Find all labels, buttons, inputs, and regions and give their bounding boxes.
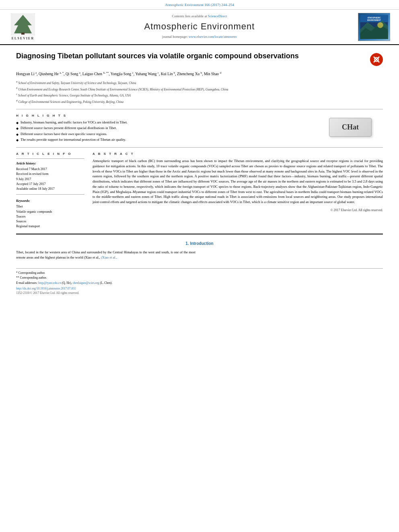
- accepted-date: Accepted 17 July 2017: [16, 182, 84, 186]
- bullet-icon-2: ◆: [16, 126, 19, 131]
- article-info-column: A R T I C L E I N F O Article history: R…: [16, 152, 84, 229]
- email-addresses: E-mail addresses: heqs@tyust.edu.cn (Q. …: [16, 281, 383, 286]
- divider-2: [16, 147, 383, 148]
- chat-button[interactable]: CHat: [329, 118, 372, 137]
- abstract-column: A B S T R A C T Atmospheric transport of…: [93, 152, 383, 229]
- email-link-1[interactable]: heqs@tyust.edu.cn: [38, 281, 61, 285]
- issn-text: 1352-2310/© 2017 Elsevier Ltd. All right…: [16, 291, 383, 296]
- article-title: Diagnosing Tibetan pollutant sources via…: [16, 51, 366, 61]
- journal-center-info: Contents lists available at ScienceDirec…: [45, 14, 354, 39]
- affiliations: a School of Environment and Safety, Taiy…: [16, 80, 383, 104]
- keyword-2: Volatile organic compounds: [16, 210, 84, 214]
- introduction-heading: 1. Introduction: [16, 241, 383, 246]
- email-link-2[interactable]: chenlaiguo@scies.org: [72, 281, 99, 285]
- crossmark-badge: [370, 53, 383, 66]
- keywords-label: Keywords:: [16, 199, 84, 203]
- bullet-icon-3: ◆: [16, 132, 19, 137]
- introduction-columns: Tibet, located in the far western area o…: [16, 250, 383, 260]
- highlight-item-3: ◆ Different source factors have their ow…: [16, 132, 383, 137]
- crossmark-icon: [370, 53, 383, 66]
- bullet-icon-1: ◆: [16, 121, 19, 125]
- contents-line: Contents lists available at ScienceDirec…: [45, 14, 354, 19]
- journal-cover: ATMOSPHERIC ENVIRONMENT: [358, 13, 394, 41]
- svg-text:ATMOSPHERIC: ATMOSPHERIC: [367, 17, 381, 19]
- intro-citation-link: (Xiao et al.,: [101, 255, 117, 259]
- affiliation-d: d College of Environmental Sciences and …: [16, 99, 383, 104]
- keywords-section: Keywords: Tibet Volatile organic compoun…: [16, 199, 84, 228]
- authors-line: Hongyan Li a, Qiusheng He a, *, Qi Song …: [16, 71, 383, 77]
- introduction-text-left: Tibet, located in the far western area o…: [16, 250, 195, 260]
- article-history-label: Article history:: [16, 161, 84, 166]
- article-info-abstract: A R T I C L E I N F O Article history: R…: [16, 152, 383, 229]
- abstract-heading: A B S T R A C T: [93, 152, 383, 156]
- journal-cover-image: ATMOSPHERIC ENVIRONMENT: [358, 13, 390, 41]
- highlight-item-4: ◆ The results provide support for intern…: [16, 138, 383, 142]
- received-revised-date: 9 July 2017: [16, 177, 84, 181]
- abstract-text: Atmospheric transport of black carbon (B…: [93, 158, 383, 205]
- bullet-icon-4: ◆: [16, 138, 19, 142]
- keyword-4: Sources: [16, 219, 84, 224]
- elsevier-tree-icon: [11, 13, 35, 35]
- copyright-line: © 2017 Elsevier Ltd. All rights reserved…: [93, 208, 383, 212]
- divider-3: [16, 234, 383, 234]
- introduction-text-right: [204, 250, 383, 260]
- article-title-section: Diagnosing Tibetan pollutant sources via…: [16, 51, 383, 66]
- footer-notes: * Corresponding author. ** Corresponding…: [16, 268, 383, 296]
- journal-homepage: journal homepage: www.elsevier.com/locat…: [45, 35, 354, 39]
- article-body: Diagnosing Tibetan pollutant sources via…: [0, 45, 399, 302]
- doi-link[interactable]: http://dx.doi.org/10.1016/j.atmosenv.201…: [16, 287, 383, 291]
- corresponding-author-1: * Corresponding author.: [16, 271, 383, 275]
- affiliation-c: c School of Earth and Atmospheric Scienc…: [16, 92, 383, 98]
- chat-button-label: CHat: [342, 122, 359, 132]
- info-rule: [16, 158, 84, 159]
- keyword-3: Tracers: [16, 214, 84, 219]
- science-direct-link[interactable]: ScienceDirect: [208, 14, 227, 18]
- corresponding-author-2: ** Corresponding author.: [16, 276, 383, 280]
- keyword-5: Regional transport: [16, 224, 84, 228]
- introduction-section: 1. Introduction Tibet, located in the fa…: [16, 241, 383, 260]
- keywords-divider: [16, 194, 84, 195]
- journal-title: Atmospheric Environment: [45, 21, 354, 33]
- elsevier-logo: ELSEVIER: [5, 13, 41, 41]
- available-online: Available online 18 July 2017: [16, 187, 84, 191]
- journal-reference: Atmospheric Environment 166 (2017) 244–2…: [0, 0, 399, 10]
- affiliation-b: b Urban Environment and Ecology Research…: [16, 86, 383, 92]
- svg-rect-2: [21, 33, 25, 35]
- received-revised-label: Received in revised form: [16, 172, 84, 176]
- highlight-item-2: ◆ Different source factors present diffe…: [16, 126, 383, 131]
- keyword-1: Tibet: [16, 204, 84, 209]
- journal-header: ELSEVIER Contents lists available at Sci…: [0, 10, 399, 45]
- svg-point-9: [377, 22, 383, 28]
- elsevier-wordmark: ELSEVIER: [12, 36, 34, 41]
- journal-homepage-url[interactable]: www.elsevier.com/locate/atmosenv: [189, 35, 237, 39]
- highlights-section: H I G H L I G H T S ◆ Industry, biomass …: [16, 113, 383, 142]
- received-date: Received 7 March 2017: [16, 167, 84, 171]
- journal-ref-text: Atmospheric Environment 166 (2017) 244–2…: [165, 3, 234, 7]
- highlight-item-1: ◆ Industry, biomass burning, and traffic…: [16, 120, 383, 125]
- highlights-heading: H I G H L I G H T S: [16, 113, 383, 118]
- divider-1: [16, 109, 383, 109]
- svg-text:ENVIRONMENT: ENVIRONMENT: [367, 19, 381, 21]
- affiliation-a: a School of Environment and Safety, Taiy…: [16, 80, 383, 85]
- article-info-heading: A R T I C L E I N F O: [16, 152, 84, 156]
